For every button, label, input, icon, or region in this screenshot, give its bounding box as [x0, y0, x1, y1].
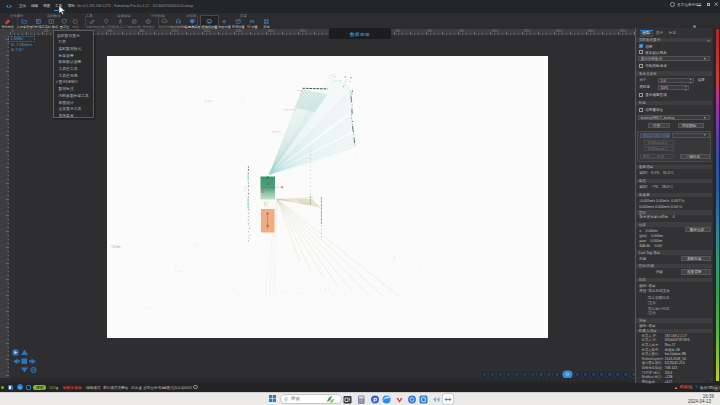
svg-text:P: P [373, 396, 377, 402]
